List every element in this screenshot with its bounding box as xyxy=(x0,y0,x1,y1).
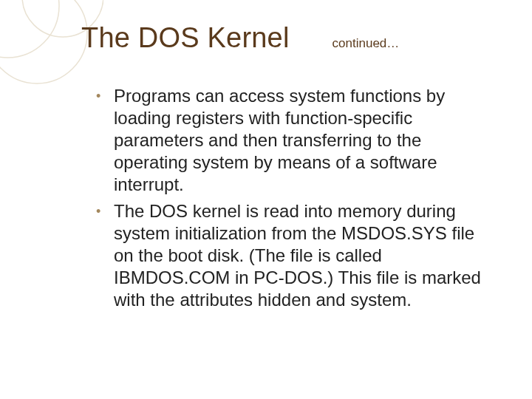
slide: The DOS Kernel continued… Programs can a… xyxy=(0,0,532,399)
list-item: Programs can access system functions by … xyxy=(96,85,488,196)
svg-point-1 xyxy=(0,0,87,83)
slide-body: Programs can access system functions by … xyxy=(96,85,488,316)
bullet-text: Programs can access system functions by … xyxy=(114,86,445,194)
bullet-text: The DOS kernel is read into memory durin… xyxy=(114,201,481,310)
continued-label: continued… xyxy=(332,36,400,51)
svg-point-0 xyxy=(0,0,59,58)
slide-title: The DOS Kernel xyxy=(81,22,290,54)
list-item: The DOS kernel is read into memory durin… xyxy=(96,200,488,311)
bullet-list: Programs can access system functions by … xyxy=(96,85,488,311)
